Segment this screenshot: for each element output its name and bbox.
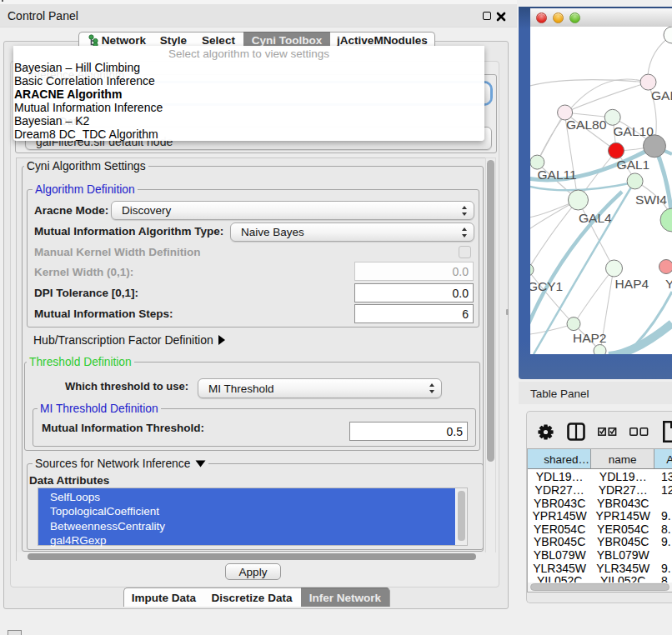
svg-text:GAL4: GAL4 bbox=[579, 211, 612, 225]
svg-text:SWI4: SWI4 bbox=[635, 192, 667, 207]
svg-text:YJ: YJ bbox=[665, 277, 672, 291]
svg-text:HAP4: HAP4 bbox=[615, 277, 649, 291]
svg-text:GAL1: GAL1 bbox=[617, 158, 650, 172]
svg-text:GAL7: GAL7 bbox=[651, 88, 672, 102]
svg-text:GCY1: GCY1 bbox=[530, 279, 563, 293]
svg-text:HAP2: HAP2 bbox=[573, 331, 607, 345]
svg-text:GAL11: GAL11 bbox=[538, 168, 577, 182]
svg-text:GAL80: GAL80 bbox=[566, 118, 607, 132]
svg-text:GAL10: GAL10 bbox=[614, 124, 654, 138]
